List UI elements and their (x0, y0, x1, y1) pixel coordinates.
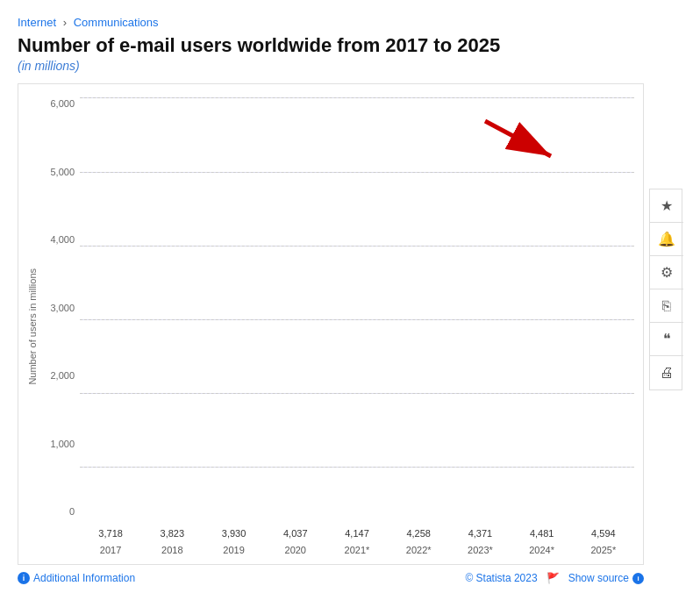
star-icon[interactable]: ★ (650, 189, 683, 223)
breadcrumb-separator: › (63, 16, 67, 29)
x-label: 2018 (141, 545, 203, 555)
x-label: 2019 (203, 545, 264, 555)
bar-group: 4,147 (326, 528, 388, 541)
bar-group: 3,823 (141, 528, 203, 541)
y-axis-label: Number of users in millions (27, 98, 38, 555)
bar-value-label: 3,718 (98, 528, 123, 539)
print-icon[interactable]: 🖨 (650, 356, 683, 389)
bar-value-label: 4,258 (406, 528, 431, 539)
bar-group: 4,037 (265, 528, 326, 541)
info-icon: i (18, 572, 30, 584)
x-label: 2021* (326, 545, 388, 555)
x-label: 2024* (511, 545, 573, 555)
show-source-info-icon: i (632, 573, 644, 584)
bar-value-label: 3,930 (222, 528, 246, 539)
bar-group: 4,594 (573, 528, 634, 541)
bar-group: 4,481 (511, 528, 573, 541)
y-tick: 4,000 (50, 234, 75, 245)
x-label: 2020 (265, 545, 326, 555)
x-axis: 20172018201920202021*2022*2023*2024*2025… (43, 545, 634, 555)
bar-group: 4,258 (388, 528, 449, 541)
breadcrumb-internet[interactable]: Internet (18, 16, 56, 29)
show-source-button[interactable]: Show source i (568, 572, 644, 584)
footer: i Additional Information © Statista 2023… (18, 572, 644, 584)
chart-area: Number of users in millions 6,0005,0004,… (18, 83, 644, 565)
y-axis: 6,0005,0004,0003,0002,0001,0000 (43, 98, 80, 541)
bar-value-label: 4,481 (530, 528, 554, 539)
page-container: Internet › Communications Number of e-ma… (0, 0, 700, 593)
chart-subtitle: (in millions) (18, 59, 682, 73)
x-label: 2023* (449, 545, 511, 555)
x-label: 2022* (388, 545, 449, 555)
flag-icon: 🚩 (546, 572, 560, 584)
statista-credit: © Statista 2023 (465, 572, 537, 584)
bar-value-label: 4,594 (591, 528, 616, 539)
sidebar-icons: ★🔔⚙⎘❝🖨 (649, 189, 682, 390)
bar-group: 4,371 (449, 528, 511, 541)
y-tick: 6,000 (50, 98, 75, 109)
y-tick: 5,000 (50, 167, 75, 177)
bell-icon[interactable]: 🔔 (650, 223, 683, 256)
quote-icon[interactable]: ❝ (650, 323, 683, 356)
bar-value-label: 4,371 (468, 528, 493, 539)
bar-group: 3,930 (203, 528, 264, 541)
page-title: Number of e-mail users worldwide from 20… (18, 34, 682, 57)
gear-icon[interactable]: ⚙ (650, 256, 683, 289)
x-label: 2017 (80, 545, 141, 555)
y-tick: 0 (69, 506, 75, 517)
y-tick: 1,000 (50, 439, 75, 449)
bar-value-label: 3,823 (161, 528, 185, 539)
bar-group: 3,718 (80, 528, 141, 541)
breadcrumb: Internet › Communications (18, 16, 682, 29)
additional-info-button[interactable]: i Additional Information (18, 572, 135, 584)
bar-value-label: 4,147 (345, 528, 369, 539)
x-label: 2025* (573, 545, 634, 555)
y-tick: 3,000 (50, 303, 75, 313)
bar-value-label: 4,037 (283, 528, 308, 539)
share-icon[interactable]: ⎘ (650, 289, 683, 323)
y-tick: 2,000 (50, 370, 75, 381)
breadcrumb-communications[interactable]: Communications (74, 16, 159, 29)
additional-info-label[interactable]: Additional Information (33, 572, 135, 584)
svg-line-1 (485, 121, 551, 156)
red-arrow-indicator (476, 112, 564, 165)
